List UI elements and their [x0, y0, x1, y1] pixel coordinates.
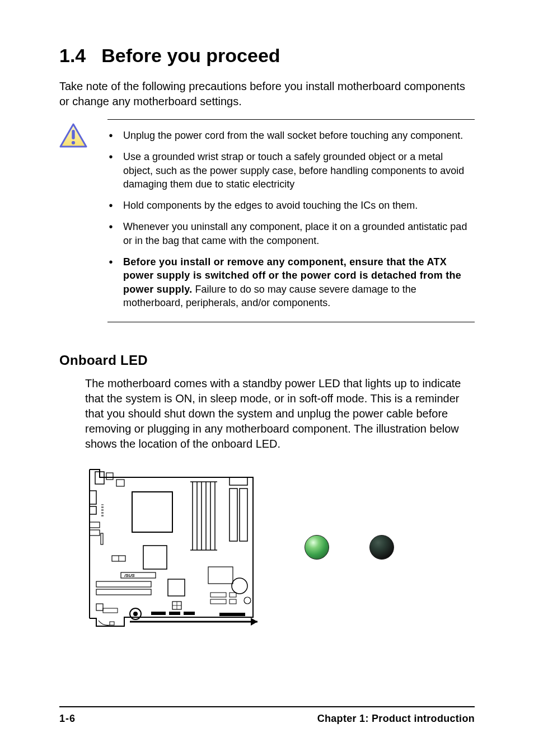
svg-rect-11	[90, 530, 100, 536]
svg-rect-44	[103, 608, 118, 613]
svg-rect-1	[72, 130, 74, 139]
svg-point-2	[72, 141, 75, 144]
list-item: • Unplug the power cord from the wall so…	[109, 125, 474, 147]
led-off-indicator-icon	[369, 535, 394, 560]
list-item-text: Before you install or remove any compone…	[123, 255, 474, 309]
svg-rect-38	[210, 593, 226, 597]
caution-icon	[59, 123, 87, 148]
list-item-text: Hold components by the edges to avoid to…	[123, 199, 474, 212]
svg-rect-25	[240, 489, 247, 541]
chapter-title: Chapter 1: Product introduction	[317, 713, 475, 725]
svg-rect-46	[169, 612, 180, 615]
caution-note-block: • Unplug the power cord from the wall so…	[107, 119, 475, 322]
bullet-icon: •	[109, 255, 113, 309]
svg-rect-30	[96, 581, 151, 587]
svg-rect-26	[229, 477, 247, 485]
svg-point-37	[232, 578, 247, 594]
svg-point-42	[244, 597, 251, 604]
bullet-icon: •	[109, 150, 113, 191]
svg-rect-36	[208, 567, 233, 584]
svg-rect-7	[90, 506, 96, 514]
bullet-icon: •	[109, 129, 113, 142]
precautions-list: • Unplug the power cord from the wall so…	[109, 125, 474, 314]
list-item-text: Use a grounded wrist strap or touch a sa…	[123, 150, 474, 191]
svg-rect-5	[116, 480, 124, 486]
intro-paragraph: Take note of the following precautions b…	[59, 79, 475, 109]
list-item: • Before you install or remove any compo…	[109, 252, 474, 314]
svg-rect-50	[96, 604, 103, 611]
svg-rect-41	[229, 599, 236, 604]
svg-rect-39	[210, 599, 226, 604]
svg-point-49	[133, 612, 138, 616]
section-heading-row: 1.4 Before you proceed	[59, 45, 475, 67]
svg-rect-31	[96, 589, 151, 595]
svg-text:/SUS: /SUS	[124, 573, 135, 578]
svg-rect-24	[229, 489, 237, 541]
heading-title: Before you proceed	[101, 45, 280, 67]
svg-rect-45	[151, 612, 166, 615]
led-on-indicator-icon	[305, 535, 329, 560]
heading-number: 1.4	[59, 45, 86, 67]
list-item-text: Whenever you uninstall any component, pl…	[123, 220, 474, 247]
svg-rect-32	[168, 579, 185, 596]
svg-marker-53	[251, 618, 257, 626]
subsection-body: The motherboard comes with a standby pow…	[85, 376, 475, 452]
svg-rect-40	[229, 593, 236, 597]
svg-rect-13	[132, 492, 172, 532]
svg-rect-10	[90, 522, 100, 528]
svg-rect-27	[143, 546, 167, 569]
list-item-text: Unplug the power cord from the wall sock…	[123, 129, 474, 142]
svg-rect-12	[101, 533, 103, 544]
bullet-icon: •	[109, 220, 113, 247]
figure-row: /SUS	[85, 466, 475, 628]
page-number: 1-6	[59, 713, 76, 725]
svg-rect-47	[184, 612, 195, 615]
page-footer: 1-6 Chapter 1: Product introduction	[59, 706, 475, 725]
list-item: • Whenever you uninstall any component, …	[109, 217, 474, 252]
motherboard-diagram: /SUS	[85, 466, 264, 628]
svg-rect-4	[106, 473, 113, 480]
svg-rect-51	[110, 622, 114, 625]
document-page: 1.4 Before you proceed Take note of the …	[0, 0, 534, 756]
list-item: • Use a grounded wrist strap or touch a …	[109, 147, 474, 195]
subsection-title: Onboard LED	[59, 353, 475, 368]
list-item: • Hold components by the edges to avoid …	[109, 195, 474, 217]
svg-rect-6	[90, 491, 96, 504]
bullet-icon: •	[109, 199, 113, 212]
svg-rect-43	[219, 613, 245, 616]
